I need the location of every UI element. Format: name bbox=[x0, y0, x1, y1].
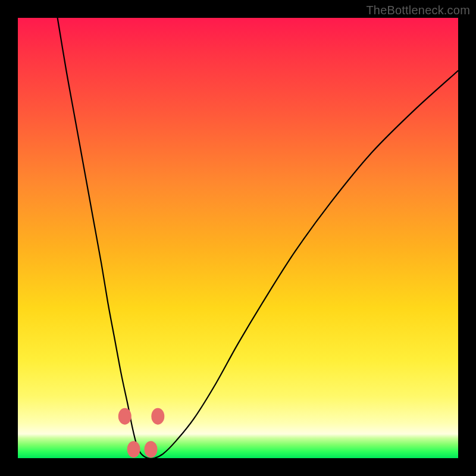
highlight-dot bbox=[118, 408, 131, 425]
highlight-dot bbox=[127, 441, 140, 458]
highlight-dot bbox=[145, 441, 158, 458]
chart-frame: TheBottleneck.com bbox=[0, 0, 476, 476]
bottleneck-curve bbox=[58, 18, 458, 459]
curve-layer bbox=[18, 18, 458, 458]
watermark-text: TheBottleneck.com bbox=[366, 4, 470, 17]
highlight-dots bbox=[118, 408, 164, 458]
plot-area bbox=[18, 18, 458, 458]
highlight-dot bbox=[151, 408, 164, 425]
